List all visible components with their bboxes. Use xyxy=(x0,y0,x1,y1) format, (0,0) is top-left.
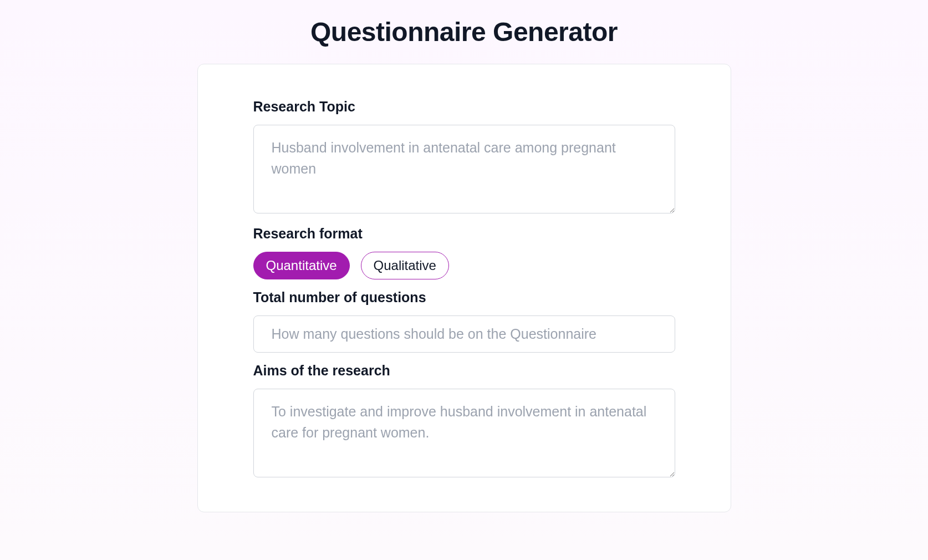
research-topic-group: Research Topic xyxy=(253,99,675,216)
research-format-label: Research format xyxy=(253,226,675,242)
format-options: Quantitative Qualitative xyxy=(253,252,675,279)
page-title: Questionnaire Generator xyxy=(0,0,928,64)
aims-input[interactable] xyxy=(253,389,675,477)
total-questions-group: Total number of questions xyxy=(253,289,675,353)
total-questions-input[interactable] xyxy=(253,315,675,353)
form-card: Research Topic Research format Quantitat… xyxy=(197,64,731,512)
aims-group: Aims of the research xyxy=(253,363,675,480)
aims-label: Aims of the research xyxy=(253,363,675,379)
quantitative-button[interactable]: Quantitative xyxy=(253,252,350,279)
qualitative-button[interactable]: Qualitative xyxy=(361,252,449,279)
research-topic-input[interactable] xyxy=(253,125,675,213)
research-topic-label: Research Topic xyxy=(253,99,675,115)
total-questions-label: Total number of questions xyxy=(253,289,675,306)
research-format-group: Research format Quantitative Qualitative xyxy=(253,226,675,279)
